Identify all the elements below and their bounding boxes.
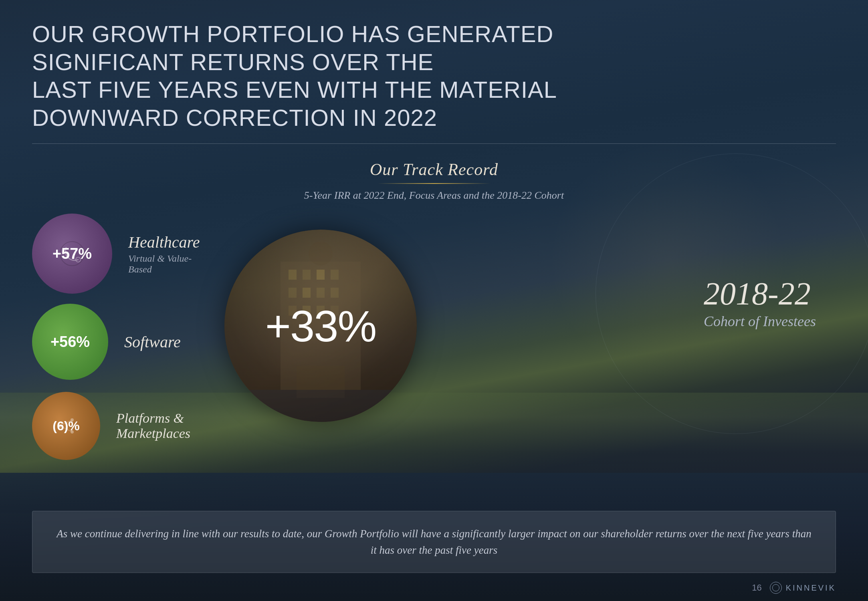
software-info: Software xyxy=(124,333,181,351)
svg-rect-15 xyxy=(317,288,325,298)
track-record-underline xyxy=(378,183,490,184)
healthcare-circle: +57% xyxy=(32,214,112,294)
svg-point-0 xyxy=(60,242,84,266)
svg-rect-12 xyxy=(331,270,339,280)
network-icon xyxy=(54,414,78,438)
healthcare-info: Healthcare Virtual & Value-Based xyxy=(128,233,200,275)
software-name: Software xyxy=(124,333,181,351)
software-circle: +56% xyxy=(32,304,108,380)
bottom-box: As we continue delivering in line with o… xyxy=(32,511,836,573)
cohort-sub: Cohort of Investees xyxy=(704,313,816,330)
svg-rect-13 xyxy=(289,288,297,298)
svg-rect-10 xyxy=(303,270,311,280)
stethoscope-icon xyxy=(56,238,88,270)
svg-rect-11 xyxy=(317,270,325,280)
svg-line-6 xyxy=(60,426,72,432)
bottom-text: As we continue delivering in line with o… xyxy=(57,526,811,558)
kinnevik-logo-icon xyxy=(770,582,782,594)
center-circle: +33% xyxy=(224,230,417,422)
software-value: +56% xyxy=(50,333,90,351)
platforms-name: Platforms & Marketplaces xyxy=(116,411,190,441)
svg-rect-22 xyxy=(224,390,417,422)
sector-row-platforms: (6)% Platforms & Marketplaces xyxy=(32,392,190,460)
cohort-info: 2018-22 Cohort of Investees xyxy=(704,278,816,330)
svg-line-5 xyxy=(60,420,72,426)
sector-row-software: +56% Software xyxy=(32,304,181,380)
svg-rect-14 xyxy=(303,288,311,298)
center-circle-wrapper: +33% xyxy=(224,230,425,430)
svg-rect-16 xyxy=(331,288,339,298)
logo-area: KINNEVIK xyxy=(770,582,836,594)
platforms-circle: (6)% xyxy=(32,392,100,460)
sector-row-healthcare: +57% Healthcare Virtual & Value-Based xyxy=(32,214,200,294)
healthcare-sub: Virtual & Value-Based xyxy=(128,253,200,275)
kinnevik-logo-text: KINNEVIK xyxy=(786,583,836,593)
cohort-year: 2018-22 xyxy=(704,278,816,310)
page-number: 16 xyxy=(752,583,761,593)
svg-rect-9 xyxy=(289,270,297,280)
kinnevik-logo-inner xyxy=(772,584,779,591)
page-title: OUR GROWTH PORTFOLIO HAS GENERATED SIGNI… xyxy=(32,20,673,131)
main-content: +57% Healthcare Virtual & Value-Based +5… xyxy=(32,214,836,486)
platforms-info: Platforms & Marketplaces xyxy=(116,411,190,441)
title-divider xyxy=(32,143,836,144)
track-record-section: Our Track Record 5-Year IRR at 2022 End,… xyxy=(32,160,836,202)
center-value: +33% xyxy=(265,300,376,351)
track-record-title: Our Track Record xyxy=(32,160,836,179)
svg-point-23 xyxy=(309,242,333,266)
track-record-subtitle: 5-Year IRR at 2022 End, Focus Areas and … xyxy=(32,190,836,202)
healthcare-name: Healthcare xyxy=(128,233,200,252)
footer: 16 KINNEVIK xyxy=(752,582,836,594)
